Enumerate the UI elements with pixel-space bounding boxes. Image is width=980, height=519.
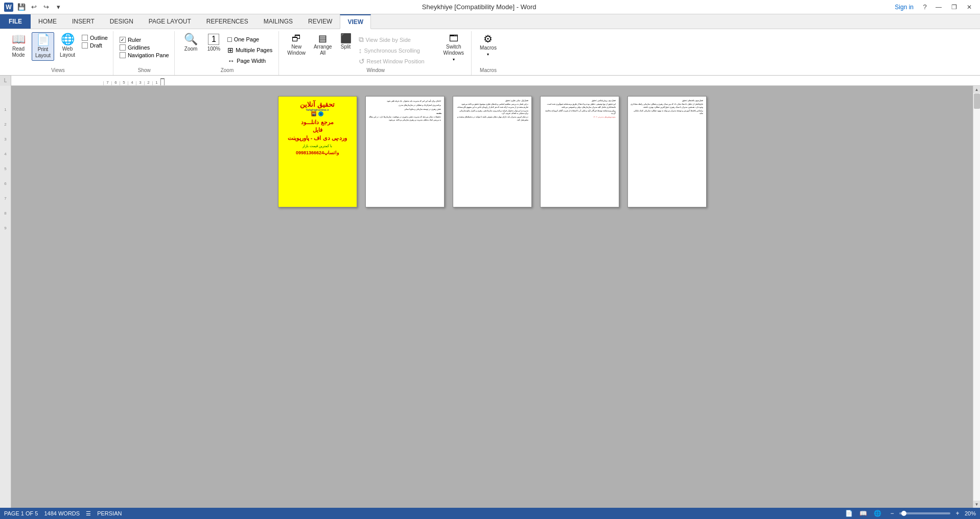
ruler-v-4: 4 [4, 151, 6, 157]
ruler-v-6: 6 [4, 180, 6, 187]
ribbon-tabs: FILE HOME INSERT DESIGN PAGE LAYOUT REFE… [0, 14, 980, 29]
draft-label: Draft [90, 42, 102, 49]
ruler-7: 7 [103, 81, 111, 85]
reset-window-position-button[interactable]: ↺ Reset Window Position [357, 56, 438, 66]
ruler-4: 4 [128, 81, 136, 85]
web-layout-button[interactable]: 🌐 WebLayout [56, 32, 79, 60]
fullscreen-status-btn[interactable]: 📖 [858, 509, 869, 517]
scroll-track[interactable] [973, 93, 980, 501]
zoom-page-btns: □ One Page ⊞ Multiple Pages ↔ Page Width [225, 32, 274, 66]
macros-group-content: ⚙ Macros ▾ [477, 32, 500, 66]
tab-references[interactable]: REFERENCES [199, 14, 256, 29]
scrollbar-right[interactable]: ▲ ▼ [973, 86, 980, 508]
split-button[interactable]: ⬛ Split [337, 32, 355, 52]
arrange-all-button[interactable]: ▤ ArrangeAll [311, 32, 335, 58]
one-page-button[interactable]: □ One Page [225, 34, 274, 44]
scroll-down-arrow[interactable]: ▼ [973, 501, 981, 508]
view-side-by-side-button[interactable]: ⧉ View Side by Side [357, 34, 438, 45]
reset-window-position-label: Reset Window Position [367, 58, 425, 64]
ruler-area: L 7 6 5 4 3 2 1 [0, 76, 980, 86]
synchronous-scrolling-label: Synchronous Scrolling [364, 48, 420, 54]
print-layout-status-btn[interactable]: 📄 [844, 509, 854, 517]
zoom-100-button[interactable]: 1 100% [204, 32, 224, 54]
window-menu-items: ⧉ View Side by Side ↕ Synchronous Scroll… [357, 32, 438, 66]
zoom-level-label[interactable]: 20% [965, 510, 976, 516]
close-btn[interactable]: ✕ [963, 2, 976, 13]
tab-page-layout[interactable]: PAGE LAYOUT [141, 14, 199, 29]
page-5-content: فصل سوم: یافته‌های تحقیق نتایج حاصل از ت… [628, 97, 706, 207]
page-1-icons-row: 📷 ✈ [300, 111, 335, 116]
zoom-track[interactable] [899, 512, 950, 514]
page-2: ادله‌ای برای تأیید این امر که مدیریت بای… [365, 96, 445, 207]
telegram-icon: ✈ [318, 111, 323, 116]
page-1-title-area: تحقیق آنلاین Tahghighonline.ir 📷 ✈ [300, 101, 335, 116]
split-icon: ⬛ [340, 34, 352, 43]
tab-view[interactable]: VIEW [340, 14, 371, 29]
split-label: Split [341, 44, 351, 50]
multiple-pages-button[interactable]: ⊞ Multiple Pages [225, 45, 274, 55]
customize-quick-btn[interactable]: ▾ [53, 2, 63, 12]
zoom-out-btn[interactable]: − [887, 509, 897, 517]
macros-label: Macros [480, 45, 497, 51]
ruler-6: 6 [111, 81, 120, 85]
macros-button[interactable]: ⚙ Macros ▾ [477, 32, 500, 58]
undo-quick-btn[interactable]: ↩ [29, 2, 39, 12]
views-group: 📖 ReadMode 📄 PrintLayout 🌐 WebLayout Out… [3, 31, 113, 75]
gridlines-checkbox[interactable]: Gridlines [119, 44, 170, 51]
switch-windows-button[interactable]: 🗔 SwitchWindows ▾ [440, 32, 468, 63]
page-1-main-text: مرجع دانلـــودفایلورد-پی دی اف - پاورپوی… [288, 119, 347, 142]
page-width-button[interactable]: ↔ Page Width [225, 56, 274, 66]
tab-file[interactable]: FILE [0, 14, 31, 29]
redo-quick-btn[interactable]: ↪ [41, 2, 51, 12]
page-1-phone: 09981366624واتساپ [296, 150, 339, 155]
scroll-thumb[interactable] [974, 93, 980, 109]
macros-arrow: ▾ [487, 52, 489, 57]
zoom-slider[interactable]: − + 20% [887, 509, 976, 517]
zoom-in-btn[interactable]: + [952, 509, 963, 517]
read-mode-button[interactable]: 📖 ReadMode [7, 32, 30, 60]
show-checkboxes: Ruler Gridlines Navigation Pane [119, 32, 170, 59]
tab-insert[interactable]: INSERT [64, 14, 102, 29]
page-5-text: فصل سوم: یافته‌های تحقیق نتایج حاصل از ت… [631, 100, 704, 115]
read-mode-label: ReadMode [12, 46, 25, 58]
ruler-checkbox[interactable]: Ruler [119, 36, 170, 43]
ruler-5: 5 [120, 81, 128, 85]
show-group: Ruler Gridlines Navigation Pane Show [114, 31, 175, 75]
ruler-v-5: 5 [4, 166, 6, 172]
page-1-title: تحقیق آنلاین [300, 101, 335, 108]
ruler-2: 2 [144, 81, 152, 85]
tab-design[interactable]: DESIGN [102, 14, 141, 29]
web-layout-icon: 🌐 [61, 34, 75, 45]
restore-btn[interactable]: ❐ [947, 2, 961, 13]
page-2-text: ادله‌ای برای تأیید این امر که مدیریت بای… [368, 100, 441, 122]
view-side-by-side-icon: ⧉ [359, 35, 364, 44]
new-window-button[interactable]: 🗗 NewWindow [284, 32, 309, 58]
ribbon-content: 📖 ReadMode 📄 PrintLayout 🌐 WebLayout Out… [0, 29, 980, 75]
tab-mailings[interactable]: MAILINGS [256, 14, 300, 29]
synchronous-scrolling-button[interactable]: ↕ Synchronous Scrolling [357, 45, 438, 56]
language-label[interactable]: PERSIAN [97, 510, 122, 516]
save-quick-btn[interactable]: 💾 [16, 2, 27, 12]
nav-pane-checkbox[interactable]: Navigation Pane [119, 52, 170, 59]
sign-in-link[interactable]: Sign in [895, 4, 914, 11]
views-group-label: Views [7, 66, 109, 75]
zoom-button[interactable]: 🔍 Zoom [180, 32, 202, 54]
proofing-status[interactable]: ☰ [86, 510, 91, 517]
switch-windows-icon: 🗔 [449, 34, 458, 43]
status-right: 📄 📖 🌐 − + 20% [844, 509, 976, 517]
scroll-up-arrow[interactable]: ▲ [973, 86, 981, 93]
print-layout-button[interactable]: 📄 PrintLayout [32, 32, 54, 61]
minimize-btn[interactable]: — [932, 2, 945, 13]
outline-checkbox[interactable]: Outline [81, 34, 109, 41]
draft-checkbox[interactable]: Draft [81, 42, 109, 49]
help-btn[interactable]: ? [920, 2, 930, 12]
page-3-text: فصل اول: مبانی نظری تحقیق در این فصل به … [456, 100, 529, 122]
outline-label: Outline [90, 35, 108, 41]
switch-windows-arrow: ▾ [453, 57, 455, 62]
zoom-thumb[interactable] [901, 511, 906, 516]
tab-home[interactable]: HOME [31, 14, 64, 29]
ruler-label: Ruler [128, 37, 141, 43]
web-view-status-btn[interactable]: 🌐 [873, 509, 883, 517]
tab-review[interactable]: REVIEW [300, 14, 340, 29]
document-area[interactable]: تحقیق آنلاین Tahghighonline.ir 📷 ✈ مرجع … [11, 86, 973, 508]
